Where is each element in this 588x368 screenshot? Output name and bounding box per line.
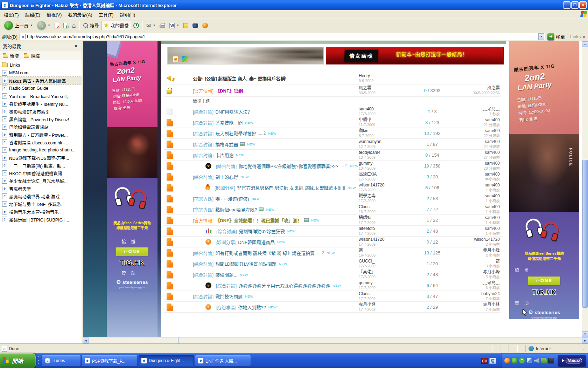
display-tray-icon[interactable] (548, 358, 554, 363)
refresh-button[interactable]: ↻ (61, 22, 70, 29)
network-tray-icon[interactable] (526, 358, 532, 363)
thread-tag[interactable]: [抱怨專區] (193, 206, 214, 213)
favorites-item[interactable]: eImage hosting, free photo sharin... (0, 146, 82, 154)
menu-item[interactable]: 檔案(F) (1, 10, 22, 19)
lan-party-ad-top[interactable]: 樂古四週年 X TIG 2on2 LAN Party 日期: 7月15日 地點:… (107, 41, 158, 127)
nakuz-tray-logo[interactable]: Nakuz (558, 355, 586, 366)
horizontal-scroll-track[interactable] (89, 338, 582, 343)
thread-title-link[interactable]: 你地覺得邊個職PK/升級最強?你喜愛哪個職業>>> (238, 163, 338, 169)
lastpost-author[interactable]: sam400 (453, 183, 500, 188)
favorites-item[interactable]: eNDS游戏下载-NDS图鉴-万宇... (0, 154, 82, 162)
thread-tag[interactable]: [官方情報] (193, 87, 214, 94)
thread-tag[interactable]: [綜合討論] (216, 228, 237, 234)
address-input[interactable]: e http://www.nakuz.com/forumdisplay.php?… (20, 33, 545, 40)
thread-tag[interactable]: [綜合討論] (216, 163, 237, 169)
thread-title-link[interactable]: DNF用啥输入法？ (215, 108, 252, 115)
lastpost-author[interactable]: sam400 (453, 161, 500, 166)
thread-tag[interactable]: [抱怨專區] (193, 195, 214, 202)
thread-author[interactable]: 啊kin (359, 128, 411, 133)
thread-tag[interactable]: [綜合討論] (193, 130, 214, 137)
thread-title-link[interactable]: 《DNF》官網 (215, 87, 243, 94)
thread-title-link[interactable]: 劍士的心得 (215, 173, 238, 180)
favorites-item[interactable]: eHKCC 中國香港遊戲機資訊... (0, 169, 82, 177)
thread-author[interactable]: gummy (359, 161, 411, 166)
thread-title-link[interactable]: 點解個npc唔見左既? (215, 206, 257, 213)
thread-author[interactable]: 賊學之毒 (359, 193, 411, 198)
start-button[interactable]: 開始 (0, 353, 36, 368)
forward-button[interactable]: → ▼ (35, 20, 52, 31)
lan-party-ad-left[interactable]: 樂古四週年 X TIG 2on2 LAN Party 日期: 7月15日 地點:… (107, 41, 158, 337)
scroll-left-icon[interactable]: ◀ (83, 338, 89, 343)
thread-title-link[interactable]: DNF韓國周邊商品 (238, 239, 275, 245)
language-indicator[interactable]: CH (481, 358, 488, 364)
favorites-item[interactable]: e恶魔岛动漫世界 动漫 游戏 ... (0, 192, 82, 200)
history-button[interactable] (131, 22, 141, 29)
horizontal-scrollbar[interactable]: ◀ ▶ (83, 337, 588, 343)
thread-author[interactable]: Cloris (359, 291, 411, 296)
favorites-add-button[interactable]: 新增 (3, 52, 19, 59)
address-url[interactable]: http://www.nakuz.com/forumdisplay.php?fi… (27, 34, 538, 39)
thread-author[interactable]: 屮楓屮 (359, 117, 411, 122)
thread-title-link[interactable]: 換格斗武器 (215, 141, 238, 148)
search-button[interactable]: 搜尋 (81, 21, 101, 30)
messenger-button[interactable] (181, 22, 190, 29)
links-chevron-icon[interactable]: » (583, 34, 585, 39)
thread-tag[interactable]: [官方情報] (193, 217, 214, 224)
home-button[interactable]: ⌂ (70, 21, 78, 30)
favorites-close-icon[interactable]: ✕ (73, 43, 79, 49)
research-button[interactable] (190, 22, 200, 29)
lastpost-author[interactable]: sam400 (453, 128, 500, 133)
thread-tag[interactable]: [抱怨專區] (216, 304, 236, 311)
thread-title-link[interactable]: 卡片用途 (215, 152, 233, 158)
taskbar-button[interactable]: ♪iTunes (42, 355, 80, 366)
messenger-buddy-tray-icon[interactable] (519, 358, 525, 363)
taskbar-button[interactable]: ePSP游戏下载_P... (82, 355, 137, 366)
taskbar-button[interactable]: eDungeon & Fight... (139, 355, 194, 366)
links-toolbar[interactable]: Links » (567, 33, 587, 41)
favorites-item[interactable]: e地下城与勇士 DNF_多玩游... (0, 200, 82, 208)
thread-title-link[interactable]: 如有打到或者開到 靚裝備《紫 粉 綠》請在這拍賣 (215, 250, 315, 256)
favorites-item[interactable]: e搜狗音乐大本营-搜狗音乐 (0, 208, 82, 216)
menu-item[interactable]: 檢視(V) (43, 10, 65, 19)
lastpost-author[interactable]: sam400 (453, 139, 500, 144)
lastpost-author[interactable]: sam400 (453, 204, 500, 209)
favorites-item[interactable]: eRadio Station Guide (0, 84, 82, 92)
thread-author[interactable]: 高達EXIA (359, 172, 411, 177)
thread-tag[interactable]: [影圖分享] (216, 239, 236, 245)
thread-tag[interactable]: [綜合討論] (216, 282, 237, 289)
vertical-scrollbar[interactable]: ▲ ▼ (582, 41, 588, 337)
taskbar-button[interactable]: eDNF 你退 人類... (195, 355, 251, 366)
horizontal-scroll-thumb[interactable] (178, 337, 178, 344)
lastpost-author[interactable]: sam400 (453, 193, 500, 198)
lastpost-author[interactable]: 赤月小烽 (453, 248, 500, 253)
favorites-item[interactable]: e美少女战士论坛_月光水晶城... (0, 177, 82, 185)
thread-title-link[interactable]: 玩大劍狂戰學咩技好 (215, 130, 256, 137)
thread-author[interactable]: wilson141720 (359, 237, 411, 242)
lan-party-ad-right[interactable]: 樂古四週年 X TIG 2on2 LAN Party 日期: 7月15日 地點:… (509, 41, 579, 319)
minimize-button[interactable]: ▁ (563, 1, 570, 9)
edit-dropdown-icon[interactable]: ▼ (176, 24, 179, 27)
close-button[interactable]: ✕ (579, 1, 587, 9)
thread-tag[interactable]: [綜合討論] (193, 141, 214, 148)
thread-tag[interactable]: [綜合討論] (193, 260, 214, 267)
favorites-item[interactable]: Links (0, 61, 82, 69)
thread-author[interactable]: 風之雲 (359, 86, 411, 90)
thread-title-link[interactable]: @@@@@分享用元素既心得@@@@@@@ (238, 282, 330, 289)
thread-title-link[interactable]: 非官方消息男格鬥,男法師,女鬼劍,盜賊,女聖職藍本!!!!!! (237, 184, 345, 191)
lastpost-author[interactable]: ﹏呆兒﹏ (453, 107, 500, 111)
lastpost-author[interactable]: sam400 (453, 150, 500, 155)
thread-tag[interactable]: [影圖分享] (215, 184, 235, 191)
mail-dropdown-icon[interactable]: ▼ (153, 24, 155, 27)
thread-author[interactable]: 『高佬』 (359, 270, 411, 274)
thread-title-link[interactable]: 裝備問題... (215, 271, 237, 278)
thread-title-link[interactable]: 公告: [公告] 超級版主 商人_泰~ 更換用戶名稱! (193, 75, 287, 82)
thread-tag[interactable]: [綜合討論] (193, 271, 214, 278)
thread-tag[interactable]: [綜合討論] (193, 293, 214, 300)
menu-item[interactable]: 工具(T) (96, 10, 117, 19)
thread-pages-link[interactable]: ... 2 (317, 250, 324, 255)
lastpost-author[interactable]: 赤月小烽 (453, 270, 500, 274)
favorites-item[interactable]: eMSN.com (0, 69, 82, 77)
edit-with-word-button[interactable]: W▼ (167, 22, 181, 29)
device-tray-icon[interactable] (541, 358, 547, 363)
favorites-item[interactable]: e身份證字號產生 - Identify Nu... (0, 100, 82, 108)
